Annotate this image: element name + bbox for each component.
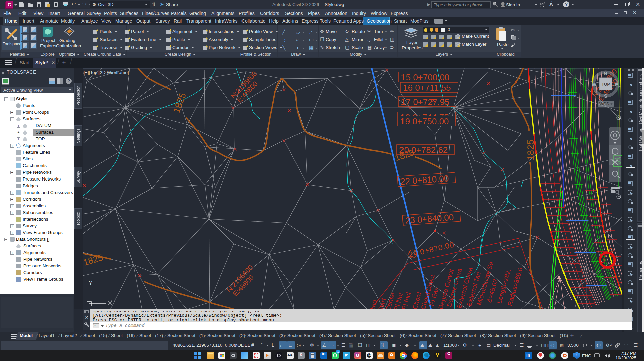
svg-text:S: S [604, 93, 607, 99]
svg-text:17 0+727.95: 17 0+727.95 [401, 97, 449, 107]
svg-text:[−][Top][2D Wireframe]: [−][Top][2D Wireframe] [84, 70, 129, 75]
svg-text:WCS: WCS [599, 102, 609, 106]
svg-text:20 0+782.62: 20 0+782.62 [399, 145, 448, 155]
svg-text:Y: Y [89, 280, 92, 286]
svg-text:W: W [592, 82, 597, 87]
svg-text:E: E [615, 82, 618, 87]
svg-text:TOP: TOP [602, 82, 610, 87]
svg-text:15 0+700.00: 15 0+700.00 [401, 72, 449, 82]
svg-text:N: N [604, 71, 607, 76]
svg-text:1825: 1825 [525, 140, 536, 160]
svg-text:16 0+711.55: 16 0+711.55 [403, 83, 451, 93]
svg-text:19 0+750.00: 19 0+750.00 [400, 116, 449, 126]
